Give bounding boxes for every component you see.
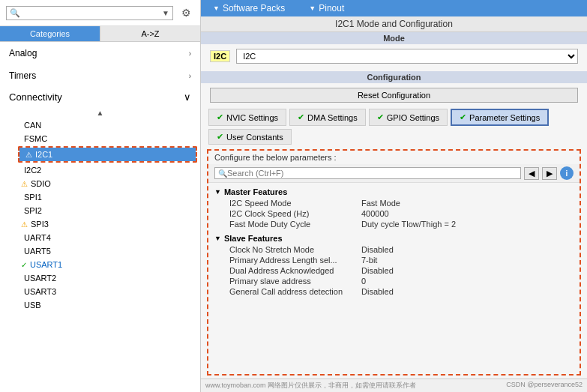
watermark-bar: www.toymoban.com 网络图片仅供展示，非商用，如需使用请联系作者 … [201,379,587,392]
item-i2c2[interactable]: I2C2 [15,163,200,177]
param-row-gen-call: General Call address detection Disabled [211,286,577,297]
gpio-settings-label: GPIO Settings [387,113,439,122]
tab-atoz[interactable]: A->Z [100,26,200,41]
tab-gpio-settings[interactable]: ✔ GPIO Settings [369,109,448,126]
param-search-box[interactable]: 🔍 [214,167,521,179]
i2c-speed-mode-label: I2C Speed Mode [211,199,361,208]
param-search-bar: 🔍 ◀ ▶ i [208,164,580,183]
timers-chevron-icon: › [189,72,191,80]
gen-call-value: Disabled [361,287,394,296]
i2c-speed-mode-value: Fast Mode [361,199,400,208]
param-row-i2c-clock-speed: I2C Clock Speed (Hz) 400000 [211,208,577,219]
i2c-clock-speed-value: 400000 [361,209,389,218]
tab-categories[interactable]: Categories [0,26,100,41]
info-icon[interactable]: i [560,166,574,180]
primary-slave-addr-value: 0 [361,277,366,286]
sidebar-item-connectivity[interactable]: Connectivity ∨ [0,87,200,107]
i2c2-label: I2C2 [24,166,41,175]
dual-addr-label: Dual Address Acknowledged [211,266,361,275]
sidebar-search-dropdown[interactable]: ▼ [162,9,169,17]
item-spi1[interactable]: SPI1 [15,190,200,204]
software-packs-chevron-icon: ▼ [213,4,220,12]
primary-addr-len-value: 7-bit [361,256,377,265]
item-usb[interactable]: USB [15,298,200,312]
connectivity-chevron-icon: ∨ [184,91,191,103]
param-prev-button[interactable]: ◀ [524,167,539,180]
usart1-label: USART1 [30,260,62,269]
reset-configuration-button[interactable]: Reset Configuration [210,88,578,103]
sidebar-list: Analog › Timers › Connectivity ∨ ▲ CAN [0,42,200,392]
item-usart1[interactable]: ✓ USART1 [15,258,200,271]
slave-chevron-icon: ▼ [214,235,221,242]
slave-features-label: Slave Features [224,234,283,243]
sidebar-top: 🔍 ▼ ⚙ [0,0,200,26]
item-can[interactable]: CAN [15,118,200,132]
master-features-label: Master Features [224,187,287,196]
gear-button[interactable]: ⚙ [178,4,194,21]
software-packs-button[interactable]: ▼ Software Packs [201,0,297,16]
i2c-title: I2C1 Mode and Configuration [201,16,587,32]
usart3-label: USART3 [24,287,56,296]
user-const-check-icon: ✔ [217,132,223,142]
mode-select[interactable]: I2C [236,49,578,64]
pinout-button[interactable]: ▼ Pinout [297,0,356,16]
dma-settings-label: DMA Settings [307,113,358,122]
item-i2c1[interactable]: ⚠ I2C1 [19,148,196,161]
watermark-right-text: CSDN @perseverance52 [506,381,583,391]
sidebar-item-timers[interactable]: Timers › [0,64,200,87]
watermark-left-text: www.toymoban.com 网络图片仅供展示，非商用，如需使用请联系作者 [205,381,416,391]
uart4-label: UART4 [24,233,51,242]
tab-dma-settings[interactable]: ✔ DMA Settings [289,109,366,126]
usart2-label: USART2 [24,274,56,283]
usb-label: USB [24,301,41,310]
i2c1-highlight-border: ⚠ I2C1 [18,146,197,163]
mode-row: I2C I2C [201,44,587,68]
analog-chevron-icon: › [189,49,191,58]
timers-label: Timers [9,70,36,81]
scroll-up-arrow[interactable]: ▲ [0,107,200,118]
tab-user-constants[interactable]: ✔ User Constants [208,129,292,145]
sidebar: 🔍 ▼ ⚙ Categories A->Z Analog › Timers › … [0,0,201,392]
param-check-icon: ✔ [460,112,466,122]
sidebar-item-analog[interactable]: Analog › [0,42,200,64]
param-row-primary-slave-addr: Primary slave address 0 [211,276,577,286]
param-row-fast-duty: Fast Mode Duty Cycle Duty cycle Tlow/Thi… [211,219,577,229]
item-sdio[interactable]: ⚠ SDIO [15,177,200,190]
connectivity-items: CAN FSMC ⚠ I2C1 I2C2 ⚠ [0,118,200,312]
sidebar-search-input[interactable] [20,8,162,17]
fsmc-label: FSMC [24,134,47,143]
param-table: ▼ Master Features I2C Speed Mode Fast Mo… [208,183,580,374]
spi1-label: SPI1 [24,193,42,202]
tab-parameter-settings[interactable]: ✔ Parameter Settings [451,109,549,126]
item-spi2[interactable]: SPI2 [15,204,200,217]
param-next-button[interactable]: ▶ [542,167,557,180]
slave-features-group: ▼ Slave Features Clock No Stretch Mode D… [208,231,580,298]
sdio-label: SDIO [31,179,51,188]
tab-nvic-settings[interactable]: ✔ NVIC Settings [208,109,286,126]
user-constants-label: User Constants [226,133,283,142]
item-fsmc[interactable]: FSMC [15,132,200,145]
i2c1-label: I2C1 [35,150,52,159]
dma-check-icon: ✔ [298,112,304,122]
sidebar-search-box[interactable]: 🔍 ▼ [6,6,173,20]
item-usart3[interactable]: USART3 [15,285,200,298]
item-spi3[interactable]: ⚠ SPI3 [15,217,200,231]
param-search-icon: 🔍 [218,169,227,178]
item-usart2[interactable]: USART2 [15,271,200,285]
dual-addr-value: Disabled [361,266,394,275]
item-uart4[interactable]: UART4 [15,231,200,244]
mode-header: Mode [201,32,587,44]
i2c1-warn-icon: ⚠ [25,151,32,159]
param-search-input[interactable] [227,169,517,178]
gpio-check-icon: ✔ [377,112,384,122]
can-label: CAN [24,121,41,130]
pinout-chevron-icon: ▼ [309,4,316,12]
nvic-check-icon: ✔ [217,112,223,122]
slave-features-header[interactable]: ▼ Slave Features [211,232,577,244]
master-features-header[interactable]: ▼ Master Features [211,186,577,198]
nvic-settings-label: NVIC Settings [226,113,278,122]
param-row-i2c-speed-mode: I2C Speed Mode Fast Mode [211,198,577,208]
item-uart5[interactable]: UART5 [15,244,200,258]
sdio-warn-icon: ⚠ [21,180,28,188]
search-icon: 🔍 [10,8,20,18]
